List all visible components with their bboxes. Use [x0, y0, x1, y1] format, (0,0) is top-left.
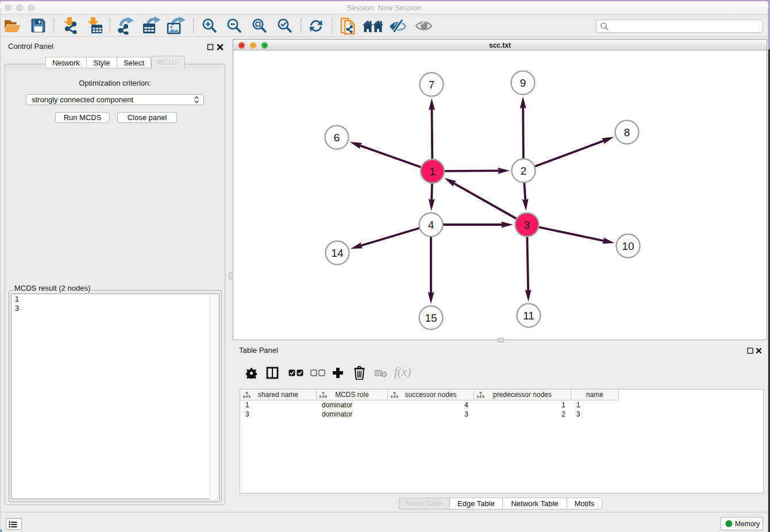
svg-text:1: 1: [429, 165, 436, 178]
svg-text:10: 10: [622, 240, 634, 252]
svg-text:14: 14: [331, 247, 344, 259]
svg-text:3: 3: [524, 219, 530, 231]
svg-text:11: 11: [523, 310, 534, 322]
svg-text:15: 15: [425, 312, 437, 324]
svg-text:6: 6: [334, 132, 340, 144]
svg-text:4: 4: [428, 219, 434, 231]
svg-text:8: 8: [624, 126, 630, 138]
svg-text:2: 2: [521, 165, 527, 177]
svg-text:7: 7: [429, 79, 435, 91]
svg-text:9: 9: [520, 77, 526, 89]
